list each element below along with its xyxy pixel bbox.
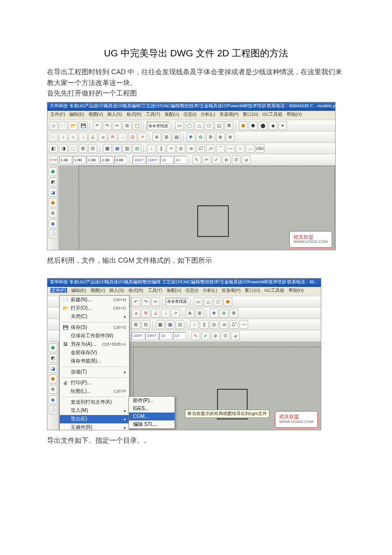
gdt-icon[interactable]: ⟂ xyxy=(190,320,199,329)
left-tool-icon[interactable]: ◩ xyxy=(48,178,57,186)
open-icon[interactable]: 📂 xyxy=(69,121,78,130)
drawing-canvas[interactable]: 模具联盟 WWW.UGGD.COM xyxy=(59,166,335,250)
file-menu-item[interactable]: 关闭(C)▸ xyxy=(60,313,129,321)
file-menu-item[interactable]: 💾保存(S)Ctrl+S xyxy=(60,324,129,332)
toolbar-icon[interactable]: ⚙ xyxy=(229,309,238,318)
dim-icon[interactable]: R xyxy=(141,309,150,318)
menu-item[interactable]: GC工具箱 xyxy=(262,112,283,117)
menu-item[interactable]: 插入(S) xyxy=(107,112,122,117)
menu-item[interactable]: GC工具箱 xyxy=(264,288,285,293)
submenu-item[interactable]: CGM... xyxy=(129,413,174,420)
left-tool-icon[interactable]: ⬣ xyxy=(48,374,57,383)
save-icon[interactable]: 💾 xyxy=(79,121,87,130)
tol-value[interactable]: 10 xyxy=(160,156,173,164)
toolbar-icon[interactable]: ◯ xyxy=(185,121,194,130)
tol-value[interactable]: 10H7 xyxy=(131,332,144,340)
toolbar-icon[interactable]: ⚙ xyxy=(206,133,215,141)
dim-value[interactable]: 0.00 xyxy=(114,156,127,164)
toolbar-icon[interactable]: ↷ xyxy=(141,297,150,306)
dim-value[interactable]: 1.00 xyxy=(100,156,113,164)
new-icon[interactable]: 📄 xyxy=(59,121,68,130)
view-icon[interactable]: ◨ xyxy=(59,144,68,153)
menu-item[interactable]: 分析(L) xyxy=(203,288,217,293)
toolbar-icon[interactable]: ⊘ xyxy=(211,331,220,340)
layer-icon[interactable]: ▩ xyxy=(113,144,122,153)
gdt-icon[interactable]: ◎ xyxy=(176,144,185,153)
dim-icon[interactable]: ⟂ xyxy=(161,309,170,318)
left-tool-icon[interactable]: 🕓 xyxy=(48,230,57,238)
left-tool-icon[interactable]: ◉ xyxy=(48,219,57,228)
toolbar-icon[interactable]: ✂ xyxy=(151,297,160,306)
gdt-icon[interactable]: ○ xyxy=(236,144,245,153)
left-tool-icon[interactable]: ◉ xyxy=(48,395,57,404)
text-icon[interactable]: Abc xyxy=(256,144,264,153)
dim-icon[interactable]: ↔ xyxy=(49,133,58,141)
toolbar-icon[interactable]: ✚ xyxy=(210,309,218,318)
toolbar-icon[interactable]: ∅ xyxy=(232,155,241,164)
gdt-icon[interactable]: ∥ xyxy=(200,320,209,329)
menu-item[interactable]: 格式(R) xyxy=(127,112,142,117)
gdt-icon[interactable]: ⌯ xyxy=(186,144,195,153)
command-finder[interactable]: 命令查找器 xyxy=(166,298,188,306)
tol-value[interactable]: 10 xyxy=(159,332,172,340)
paste-icon[interactable]: 📋 xyxy=(132,121,141,130)
tol-value[interactable]: 10H7 xyxy=(145,332,158,340)
menu-item[interactable]: 首选项(P) xyxy=(219,112,239,117)
gdt-icon[interactable]: ⌰ xyxy=(229,320,238,329)
dim-value[interactable]: 1.00 xyxy=(87,156,99,164)
toolbar-icon[interactable]: ▤ xyxy=(172,133,181,141)
dim-icon[interactable]: ⟼ xyxy=(49,155,58,164)
toolbar-icon[interactable]: △ xyxy=(204,297,213,306)
tol-value[interactable]: 10 xyxy=(173,332,186,340)
menu-item[interactable]: 插入(S) xyxy=(109,288,124,293)
toolbar-icon[interactable]: ⊘ xyxy=(222,155,231,164)
gdt-icon[interactable]: ⟂ xyxy=(147,144,156,153)
left-tool-icon[interactable]: ◪ xyxy=(48,364,57,373)
gdt-icon[interactable]: ⌓ xyxy=(246,144,255,153)
toolbar-icon[interactable]: ⊕ xyxy=(216,133,225,141)
left-tool-icon[interactable]: ⚙ xyxy=(48,385,57,394)
copy-icon[interactable]: ⧉ xyxy=(123,121,131,130)
dim-icon[interactable]: ⟂ xyxy=(79,133,87,141)
toolbar-icon[interactable]: ✿ xyxy=(219,309,228,318)
layer-icon[interactable]: ▥ xyxy=(123,144,131,153)
dim-icon[interactable]: ⌀ xyxy=(98,133,107,141)
menu-item[interactable]: 信息(I) xyxy=(185,288,199,293)
menu-item[interactable]: 格式(R) xyxy=(129,288,144,293)
dim-icon[interactable]: ↗ xyxy=(171,309,180,318)
menu-item[interactable]: 装配(A) xyxy=(167,288,181,293)
menu-item[interactable]: 工具(T) xyxy=(148,288,163,293)
left-tool-icon[interactable]: ◪ xyxy=(48,188,57,197)
view-icon[interactable]: ⊞ xyxy=(131,320,140,329)
toolbar-icon[interactable]: ⬣ xyxy=(249,121,258,130)
menu-item[interactable]: 编辑(E) xyxy=(71,288,86,293)
menu-item[interactable]: 装配(A) xyxy=(165,112,179,117)
dim-icon[interactable]: ↗ xyxy=(138,133,147,141)
left-tool-icon[interactable]: 🕓 xyxy=(48,406,57,415)
toolbar-icon[interactable]: ✔ xyxy=(212,155,221,164)
file-menu-item[interactable]: 全部保存(V) xyxy=(60,349,129,357)
view-icon[interactable]: ◧ xyxy=(49,144,58,153)
file-menu-item[interactable]: 🖨打印(P)... xyxy=(60,379,129,387)
menu-item[interactable]: 帮助(H) xyxy=(289,288,304,293)
menu-item[interactable]: 分析(L) xyxy=(201,112,215,117)
toolbar-icon[interactable]: ∅ xyxy=(221,331,230,340)
dim-icon[interactable]: ∠ xyxy=(151,309,160,318)
file-menu-item[interactable]: 绘图(L)...Ctrl+P xyxy=(60,387,129,396)
tol-value[interactable]: 10H7 xyxy=(132,156,145,164)
file-menu-item[interactable]: 保存书签(B)... xyxy=(60,357,129,366)
start-icon[interactable]: ◇ xyxy=(49,121,58,130)
dim-icon[interactable]: ↕ xyxy=(59,133,68,141)
gdt-icon[interactable]: ⌰ xyxy=(196,144,205,153)
menu-item-file[interactable]: 文件(F) xyxy=(50,288,67,293)
toolbar-icon[interactable]: ▭ xyxy=(194,297,203,306)
toolbar-icon[interactable]: ✎ xyxy=(191,331,200,340)
submenu-item[interactable]: 编辑 STL... xyxy=(129,420,174,428)
gdt-icon[interactable]: — xyxy=(239,320,248,329)
left-tool-icon[interactable]: ⬢ xyxy=(48,167,57,176)
toolbar-icon[interactable]: ⌀ xyxy=(231,331,240,340)
left-tool-icon[interactable]: ⚙ xyxy=(48,209,57,218)
toolbar-icon[interactable]: ✂ xyxy=(202,155,211,164)
tol-value[interactable]: 10 xyxy=(174,156,187,164)
file-menu-item[interactable]: 📂打开(O)...Ctrl+O xyxy=(60,304,129,313)
